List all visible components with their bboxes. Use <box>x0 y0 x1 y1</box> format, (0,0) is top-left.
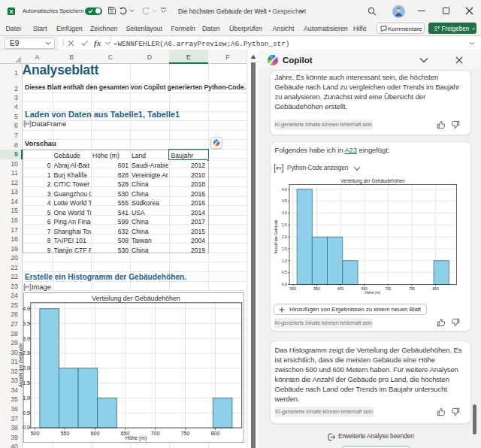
svg-text:600: 600 <box>90 430 99 435</box>
svg-text:Höhe (m): Höhe (m) <box>125 435 146 441</box>
svg-text:800: 800 <box>210 430 219 435</box>
svg-text:0.0: 0.0 <box>23 425 30 430</box>
svg-text:700: 700 <box>385 287 391 291</box>
svg-text:3.0: 3.0 <box>282 211 287 215</box>
svg-text:750: 750 <box>180 430 189 435</box>
svg-text:3.5: 3.5 <box>23 320 30 325</box>
svg-text:550: 550 <box>314 287 320 291</box>
svg-text:1.0: 1.0 <box>23 395 30 400</box>
svg-text:4.0: 4.0 <box>282 188 287 192</box>
svg-text:800: 800 <box>433 287 439 291</box>
svg-text:3.0: 3.0 <box>23 335 30 341</box>
svg-text:750: 750 <box>409 287 415 291</box>
svg-text:2.5: 2.5 <box>282 223 287 227</box>
svg-text:0.0: 0.0 <box>282 283 287 286</box>
svg-text:Anzahl der Gebäude: Anzahl der Gebäude <box>274 219 278 253</box>
svg-text:4.0: 4.0 <box>23 306 30 311</box>
svg-text:X: X <box>9 8 14 15</box>
svg-text:Verteilung der Gebäudehöhen: Verteilung der Gebäudehöhen <box>340 178 405 184</box>
svg-text:2.0: 2.0 <box>282 235 287 239</box>
svg-text:500: 500 <box>290 287 296 291</box>
svg-text:Verteilung der Gebäudehöhen: Verteilung der Gebäudehöhen <box>92 295 180 302</box>
svg-text:0.5: 0.5 <box>23 410 30 415</box>
svg-text:2.5: 2.5 <box>23 350 30 356</box>
svg-text:Anzahl der Gebäude: Anzahl der Gebäude <box>18 343 23 387</box>
svg-text:3.5: 3.5 <box>282 199 287 203</box>
svg-text:700: 700 <box>150 430 159 435</box>
svg-text:1.5: 1.5 <box>23 380 30 386</box>
svg-text:PY: PY <box>25 123 30 126</box>
svg-text:1.0: 1.0 <box>282 259 287 263</box>
svg-text:1.5: 1.5 <box>282 247 287 251</box>
svg-text:2.0: 2.0 <box>23 365 30 371</box>
svg-text:550: 550 <box>60 430 69 435</box>
svg-text:Höhe (m): Höhe (m) <box>365 291 381 295</box>
svg-text:600: 600 <box>337 287 343 291</box>
svg-text:PY: PY <box>276 166 282 171</box>
svg-text:PY: PY <box>25 286 30 289</box>
svg-text:0.5: 0.5 <box>282 271 287 274</box>
svg-text:500: 500 <box>30 430 39 435</box>
